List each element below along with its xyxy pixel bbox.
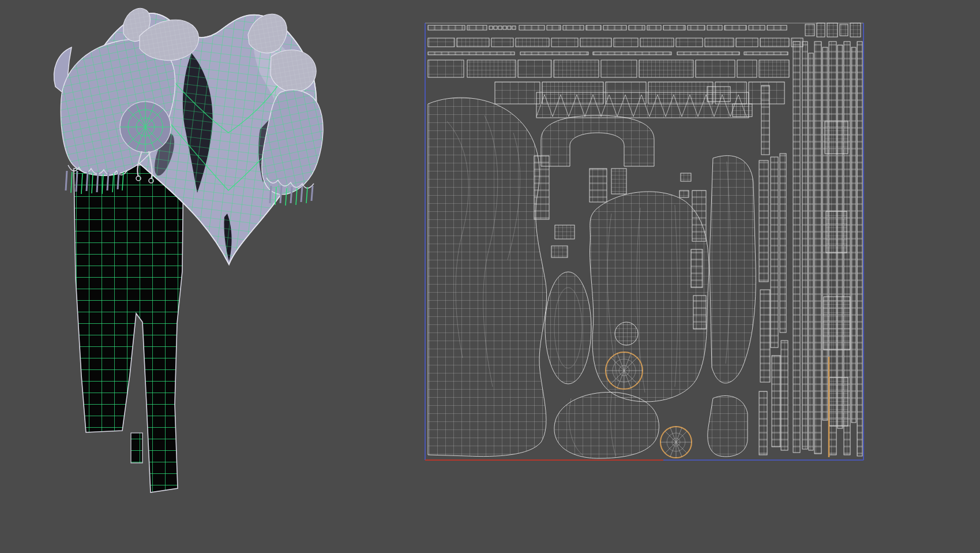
uv-crinkle-patch (615, 322, 638, 345)
model-viewport[interactable] (0, 0, 358, 553)
uv-island-center-large (590, 192, 709, 402)
uv-circle-island[interactable] (660, 427, 692, 458)
uv-arch-island (541, 115, 654, 166)
uv-editor-viewport[interactable] (421, 17, 871, 473)
uv-ribbon-islands-right[interactable] (793, 42, 862, 456)
uv-island-left-large[interactable] (428, 98, 547, 456)
pants-mesh[interactable] (74, 163, 183, 492)
viewport-workspace (0, 0, 980, 553)
knot-spokes (120, 102, 171, 152)
pants-tab (131, 433, 142, 463)
circle-spokes (606, 352, 643, 389)
uv-circle-island[interactable] (606, 352, 643, 389)
uv-island-bottom-blob (554, 392, 659, 458)
circle-spokes (660, 427, 692, 458)
